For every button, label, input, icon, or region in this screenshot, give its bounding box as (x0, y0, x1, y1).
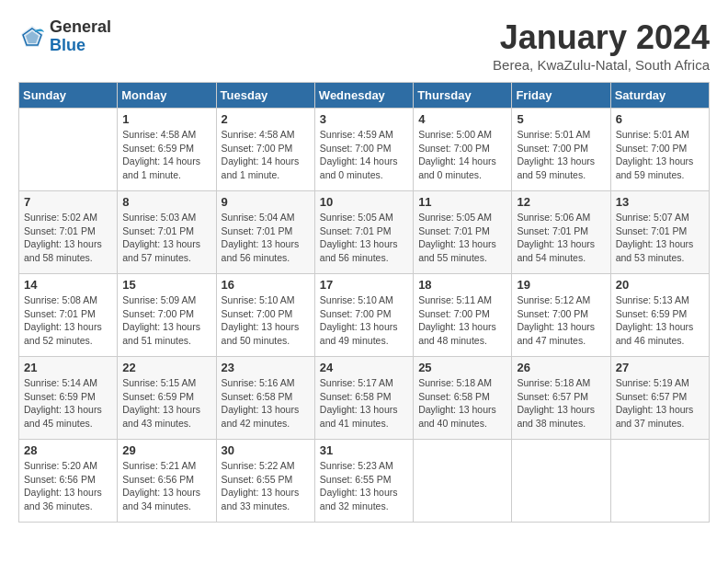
day-number: 19 (517, 278, 605, 292)
month-title: January 2024 (493, 18, 710, 57)
day-number: 3 (320, 112, 408, 126)
calendar-cell: 24Sunrise: 5:17 AMSunset: 6:58 PMDayligh… (314, 357, 413, 440)
calendar-cell: 26Sunrise: 5:18 AMSunset: 6:57 PMDayligh… (512, 357, 610, 440)
cell-info: Sunrise: 5:01 AMSunset: 7:00 PMDaylight:… (616, 128, 704, 182)
day-number: 6 (616, 112, 704, 126)
cell-info: Sunrise: 5:05 AMSunset: 7:01 PMDaylight:… (418, 211, 506, 265)
cell-info: Sunrise: 5:01 AMSunset: 7:00 PMDaylight:… (517, 128, 605, 182)
day-number: 9 (222, 195, 310, 209)
calendar-cell: 17Sunrise: 5:10 AMSunset: 7:00 PMDayligh… (314, 274, 413, 357)
day-number: 25 (418, 361, 506, 374)
day-number: 2 (222, 112, 310, 126)
title-block: January 2024 Berea, KwaZulu-Natal, South… (493, 18, 710, 73)
cell-info: Sunrise: 5:18 AMSunset: 6:58 PMDaylight:… (418, 376, 506, 431)
cell-info: Sunrise: 5:00 AMSunset: 7:00 PMDaylight:… (418, 128, 506, 182)
calendar-cell: 14Sunrise: 5:08 AMSunset: 7:01 PMDayligh… (19, 274, 118, 357)
day-number: 16 (222, 278, 310, 292)
calendar-cell: 25Sunrise: 5:18 AMSunset: 6:58 PMDayligh… (414, 357, 512, 440)
calendar-cell: 11Sunrise: 5:05 AMSunset: 7:01 PMDayligh… (414, 191, 512, 274)
calendar-cell: 20Sunrise: 5:13 AMSunset: 6:59 PMDayligh… (610, 274, 709, 357)
day-number: 15 (122, 278, 210, 292)
day-number: 1 (122, 112, 210, 126)
logo-general-text: General (50, 18, 111, 37)
calendar-cell: 23Sunrise: 5:16 AMSunset: 6:58 PMDayligh… (216, 357, 314, 440)
cell-info: Sunrise: 5:08 AMSunset: 7:01 PMDaylight:… (24, 293, 112, 348)
day-number: 27 (616, 361, 704, 374)
day-number: 5 (517, 112, 605, 126)
calendar-cell (512, 440, 610, 523)
cell-info: Sunrise: 5:16 AMSunset: 6:58 PMDaylight:… (222, 376, 310, 431)
calendar-cell: 3Sunrise: 4:59 AMSunset: 7:00 PMDaylight… (314, 109, 413, 191)
logo-blue-text: Blue (50, 37, 111, 55)
day-header-friday: Friday (512, 83, 610, 109)
calendar-table: SundayMondayTuesdayWednesdayThursdayFrid… (18, 82, 710, 523)
cell-info: Sunrise: 4:59 AMSunset: 7:00 PMDaylight:… (320, 128, 408, 182)
cell-info: Sunrise: 4:58 AMSunset: 7:00 PMDaylight:… (222, 128, 310, 182)
calendar-cell: 13Sunrise: 5:07 AMSunset: 7:01 PMDayligh… (610, 191, 709, 274)
day-number: 7 (24, 195, 112, 209)
day-number: 11 (418, 195, 506, 209)
cell-info: Sunrise: 5:20 AMSunset: 6:56 PMDaylight:… (24, 459, 112, 513)
cell-info: Sunrise: 5:05 AMSunset: 7:01 PMDaylight:… (320, 211, 408, 265)
calendar-cell: 30Sunrise: 5:22 AMSunset: 6:55 PMDayligh… (216, 440, 314, 523)
day-number: 30 (222, 443, 310, 457)
calendar-cell: 10Sunrise: 5:05 AMSunset: 7:01 PMDayligh… (314, 191, 413, 274)
day-header-sunday: Sunday (19, 83, 118, 109)
day-number: 26 (517, 361, 605, 374)
calendar-cell: 4Sunrise: 5:00 AMSunset: 7:00 PMDaylight… (414, 109, 512, 191)
cell-info: Sunrise: 5:13 AMSunset: 6:59 PMDaylight:… (616, 293, 704, 348)
calendar-cell: 27Sunrise: 5:19 AMSunset: 6:57 PMDayligh… (610, 357, 709, 440)
calendar-week-row: 14Sunrise: 5:08 AMSunset: 7:01 PMDayligh… (19, 274, 710, 357)
day-number: 13 (616, 195, 704, 209)
cell-info: Sunrise: 5:21 AMSunset: 6:56 PMDaylight:… (122, 459, 210, 513)
calendar-cell: 18Sunrise: 5:11 AMSunset: 7:00 PMDayligh… (414, 274, 512, 357)
cell-info: Sunrise: 5:17 AMSunset: 6:58 PMDaylight:… (320, 376, 408, 431)
calendar-week-row: 1Sunrise: 4:58 AMSunset: 6:59 PMDaylight… (19, 109, 710, 191)
day-header-tuesday: Tuesday (216, 83, 314, 109)
day-number: 12 (517, 195, 605, 209)
calendar-cell: 8Sunrise: 5:03 AMSunset: 7:01 PMDaylight… (118, 191, 216, 274)
calendar-cell (414, 440, 512, 523)
cell-info: Sunrise: 5:15 AMSunset: 6:59 PMDaylight:… (122, 376, 210, 431)
cell-info: Sunrise: 5:23 AMSunset: 6:55 PMDaylight:… (320, 459, 408, 513)
day-number: 14 (24, 278, 112, 292)
day-number: 24 (320, 361, 408, 374)
day-number: 23 (222, 361, 310, 374)
day-number: 4 (418, 112, 506, 126)
calendar-header-row: SundayMondayTuesdayWednesdayThursdayFrid… (19, 83, 710, 109)
day-header-saturday: Saturday (610, 83, 709, 109)
cell-info: Sunrise: 5:06 AMSunset: 7:01 PMDaylight:… (517, 211, 605, 265)
calendar-cell: 2Sunrise: 4:58 AMSunset: 7:00 PMDaylight… (216, 109, 314, 191)
cell-info: Sunrise: 5:04 AMSunset: 7:01 PMDaylight:… (222, 211, 310, 265)
calendar-cell: 31Sunrise: 5:23 AMSunset: 6:55 PMDayligh… (314, 440, 413, 523)
day-number: 21 (24, 361, 112, 374)
calendar-cell: 5Sunrise: 5:01 AMSunset: 7:00 PMDaylight… (512, 109, 610, 191)
calendar-cell (19, 109, 118, 191)
cell-info: Sunrise: 5:19 AMSunset: 6:57 PMDaylight:… (616, 376, 704, 431)
cell-info: Sunrise: 5:02 AMSunset: 7:01 PMDaylight:… (24, 211, 112, 265)
day-header-wednesday: Wednesday (314, 83, 413, 109)
cell-info: Sunrise: 5:12 AMSunset: 7:00 PMDaylight:… (517, 293, 605, 348)
cell-info: Sunrise: 5:10 AMSunset: 7:00 PMDaylight:… (320, 293, 408, 348)
cell-info: Sunrise: 5:11 AMSunset: 7:00 PMDaylight:… (418, 293, 506, 348)
cell-info: Sunrise: 4:58 AMSunset: 6:59 PMDaylight:… (122, 128, 210, 182)
day-header-monday: Monday (118, 83, 216, 109)
calendar-cell: 29Sunrise: 5:21 AMSunset: 6:56 PMDayligh… (118, 440, 216, 523)
cell-info: Sunrise: 5:07 AMSunset: 7:01 PMDaylight:… (616, 211, 704, 265)
cell-info: Sunrise: 5:14 AMSunset: 6:59 PMDaylight:… (24, 376, 112, 431)
day-number: 29 (122, 443, 210, 457)
day-number: 31 (320, 443, 408, 457)
logo: General Blue (18, 18, 111, 55)
day-number: 17 (320, 278, 408, 292)
calendar-cell: 19Sunrise: 5:12 AMSunset: 7:00 PMDayligh… (512, 274, 610, 357)
day-number: 18 (418, 278, 506, 292)
calendar-cell (610, 440, 709, 523)
calendar-cell: 1Sunrise: 4:58 AMSunset: 6:59 PMDaylight… (118, 109, 216, 191)
day-number: 8 (122, 195, 210, 209)
logo-text: General Blue (50, 18, 111, 55)
cell-info: Sunrise: 5:10 AMSunset: 7:00 PMDaylight:… (222, 293, 310, 348)
cell-info: Sunrise: 5:22 AMSunset: 6:55 PMDaylight:… (222, 459, 310, 513)
calendar-cell: 21Sunrise: 5:14 AMSunset: 6:59 PMDayligh… (19, 357, 118, 440)
calendar-cell: 12Sunrise: 5:06 AMSunset: 7:01 PMDayligh… (512, 191, 610, 274)
cell-info: Sunrise: 5:18 AMSunset: 6:57 PMDaylight:… (517, 376, 605, 431)
